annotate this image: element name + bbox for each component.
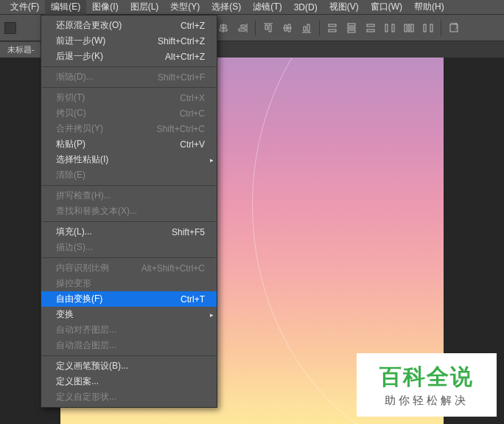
menu-item: 剪切(T)Ctrl+X — [41, 90, 217, 105]
menu-separator — [42, 87, 216, 88]
menu-item-shortcut: Ctrl+C — [180, 108, 205, 119]
menu-item-label: 定义画笔预设(B)... — [56, 360, 128, 372]
menu-separator — [42, 257, 216, 258]
menu-select[interactable]: 选择(S) — [206, 0, 247, 15]
align-top-icon[interactable] — [260, 20, 276, 36]
menu-item[interactable]: 变换 — [41, 307, 217, 322]
menu-item: 合并拷贝(Y)Shift+Ctrl+C — [41, 121, 217, 136]
menu-item[interactable]: 填充(L)...Shift+F5 — [41, 224, 217, 240]
watermark-subtitle: 助你轻松解决 — [385, 394, 469, 408]
menu-window[interactable]: 窗口(W) — [365, 0, 408, 15]
align-hcenter-icon[interactable] — [215, 20, 231, 36]
menu-item[interactable]: 自由变换(F)Ctrl+T — [41, 291, 217, 307]
menu-item: 查找和替换文本(X)... — [41, 204, 217, 219]
menu-separator — [42, 185, 216, 186]
menu-item: 操控变形 — [41, 276, 217, 291]
distribute-vcenter-icon[interactable] — [343, 20, 360, 36]
menu-item-label: 拷贝(C) — [56, 107, 86, 119]
svg-rect-8 — [392, 24, 394, 32]
menu-item-label: 自动混合图层... — [56, 339, 116, 352]
menu-item: 拼写检查(H)... — [41, 188, 217, 204]
menu-item: 清除(E) — [41, 167, 217, 183]
menu-item: 渐隐(D)...Shift+Ctrl+F — [41, 69, 217, 85]
separator-icon — [255, 20, 256, 36]
menu-item-label: 拼写检查(H)... — [56, 190, 111, 202]
menu-item: 自动对齐图层... — [41, 322, 217, 338]
menu-item-label: 剪切(T) — [56, 91, 85, 104]
menu-item-label: 前进一步(W) — [56, 35, 105, 47]
menu-item[interactable]: 选择性粘贴(I) — [41, 152, 217, 167]
menu-edit[interactable]: 编辑(E) — [45, 0, 86, 15]
menu-item-shortcut: Ctrl+X — [180, 93, 205, 103]
menu-item-shortcut: Alt+Ctrl+Z — [165, 52, 205, 62]
menu-item-shortcut: Ctrl+Z — [181, 21, 205, 31]
menu-item-shortcut: Ctrl+V — [180, 139, 205, 150]
menu-item[interactable]: 还原混合更改(O)Ctrl+Z — [41, 18, 217, 33]
menu-item-shortcut: Shift+Ctrl+Z — [158, 36, 205, 46]
menu-item[interactable]: 定义画笔预设(B)... — [41, 358, 217, 374]
separator-icon — [441, 20, 441, 36]
svg-rect-13 — [430, 24, 433, 32]
menu-file[interactable]: 文件(F) — [4, 0, 45, 15]
menu-item[interactable]: 粘贴(P)Ctrl+V — [41, 136, 217, 152]
svg-rect-10 — [408, 24, 410, 32]
menu-view[interactable]: 视图(V) — [323, 0, 365, 15]
svg-rect-0 — [329, 24, 336, 27]
menu-item-label: 清除(E) — [56, 169, 85, 181]
menu-item-label: 查找和替换文本(X)... — [56, 205, 137, 218]
menu-item[interactable]: 后退一步(K)Alt+Ctrl+Z — [41, 49, 217, 64]
menu-separator — [42, 221, 216, 222]
menu-separator — [42, 355, 216, 356]
svg-rect-11 — [411, 24, 413, 32]
menu-3d[interactable]: 3D(D) — [288, 1, 323, 14]
separator-icon — [319, 20, 320, 36]
menu-item-shortcut: Alt+Shift+Ctrl+C — [141, 263, 205, 274]
3d-mode-icon[interactable] — [446, 20, 462, 36]
svg-rect-6 — [367, 29, 374, 32]
distribute-left-icon[interactable] — [382, 20, 398, 36]
menu-item-shortcut: Ctrl+T — [181, 294, 205, 305]
auto-select-checkbox[interactable] — [4, 22, 16, 34]
menu-item: 拷贝(C)Ctrl+C — [41, 105, 217, 121]
watermark-title: 百科全说 — [379, 362, 474, 392]
svg-rect-14 — [450, 24, 458, 32]
svg-rect-3 — [348, 27, 355, 29]
distribute-top-icon[interactable] — [324, 20, 340, 36]
menubar: 文件(F) 编辑(E) 图像(I) 图层(L) 类型(Y) 选择(S) 滤镜(T… — [0, 0, 504, 15]
edit-menu-dropdown: 还原混合更改(O)Ctrl+Z前进一步(W)Shift+Ctrl+Z后退一步(K… — [41, 15, 217, 408]
svg-rect-2 — [348, 24, 355, 26]
menu-item-label: 粘贴(P) — [56, 138, 85, 150]
menu-help[interactable]: 帮助(H) — [408, 0, 450, 15]
align-bottom-icon[interactable] — [298, 20, 315, 36]
align-vcenter-icon[interactable] — [279, 20, 295, 36]
menu-item-label: 选择性粘贴(I) — [56, 153, 108, 166]
document-tab[interactable]: 未标题- — [0, 42, 43, 58]
menu-image[interactable]: 图像(I) — [86, 0, 124, 15]
menu-item-label: 自动对齐图层... — [56, 324, 116, 336]
watermark: 百科全说 助你轻松解决 — [357, 353, 497, 417]
menu-item-label: 操控变形 — [56, 277, 91, 290]
menu-item-label: 描边(S)... — [56, 241, 93, 254]
menu-item: 内容识别比例Alt+Shift+Ctrl+C — [41, 260, 217, 276]
menu-layer[interactable]: 图层(L) — [125, 0, 165, 15]
menu-item-label: 定义自定形状... — [56, 391, 116, 403]
svg-rect-7 — [385, 24, 388, 32]
menu-item-label: 还原混合更改(O) — [56, 19, 122, 32]
svg-rect-1 — [329, 29, 336, 32]
menu-item-label: 合并拷贝(Y) — [56, 122, 103, 135]
distribute-right-icon[interactable] — [420, 20, 436, 36]
menu-item: 自动混合图层... — [41, 338, 217, 353]
menu-item-label: 内容识别比例 — [56, 262, 109, 274]
svg-rect-9 — [405, 24, 407, 32]
align-right-icon[interactable] — [234, 20, 251, 36]
menu-item-label: 填充(L)... — [56, 226, 92, 238]
menu-item[interactable]: 定义图案... — [41, 374, 217, 389]
menu-type[interactable]: 类型(Y) — [164, 0, 206, 15]
menu-item[interactable]: 前进一步(W)Shift+Ctrl+Z — [41, 33, 217, 49]
menu-item-label: 定义图案... — [56, 375, 99, 388]
distribute-hcenter-icon[interactable] — [401, 20, 417, 36]
menu-item-shortcut: Shift+Ctrl+F — [158, 72, 205, 83]
distribute-bottom-icon[interactable] — [363, 20, 379, 36]
menu-filter[interactable]: 滤镜(T) — [247, 0, 287, 15]
menu-item-shortcut: Shift+Ctrl+C — [157, 124, 205, 134]
